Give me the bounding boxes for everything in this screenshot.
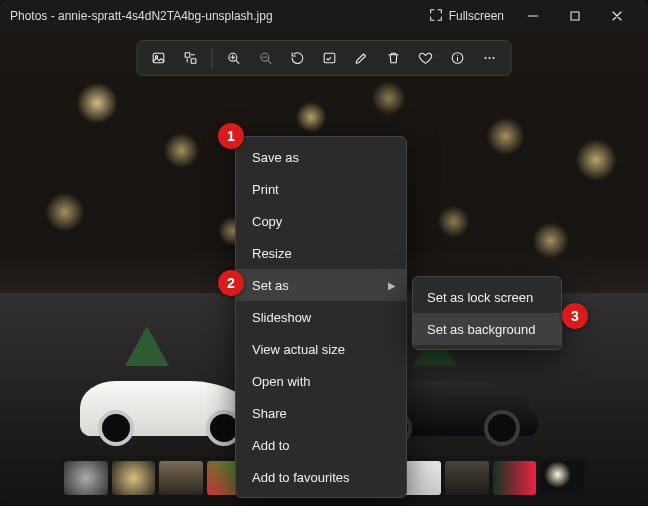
- menu-label: Slideshow: [252, 310, 311, 325]
- svg-point-9: [485, 57, 487, 59]
- svg-rect-4: [191, 59, 196, 64]
- fullscreen-label: Fullscreen: [449, 9, 504, 23]
- menu-label: Open with: [252, 374, 311, 389]
- menu-label: Resize: [252, 246, 292, 261]
- svg-point-11: [493, 57, 495, 59]
- svg-rect-1: [153, 53, 164, 62]
- delete-button[interactable]: [379, 43, 409, 73]
- toolbar-separator: [212, 48, 213, 68]
- menu-label: Set as lock screen: [427, 290, 533, 305]
- app-window: Photos - annie-spratt-4s4dN2TA4bg-unspla…: [0, 0, 648, 506]
- menu-slideshow[interactable]: Slideshow: [236, 301, 406, 333]
- svg-rect-3: [185, 53, 190, 58]
- menu-add-to-favourites[interactable]: Add to favourites: [236, 461, 406, 493]
- menu-print[interactable]: Print: [236, 173, 406, 205]
- maximize-button[interactable]: [554, 0, 596, 32]
- menu-label: View actual size: [252, 342, 345, 357]
- menu-label: Add to: [252, 438, 290, 453]
- menu-label: Add to favourites: [252, 470, 350, 485]
- svg-point-2: [155, 56, 157, 58]
- menu-label: Set as: [252, 278, 289, 293]
- chevron-right-icon: ▶: [388, 280, 396, 291]
- more-button[interactable]: [475, 43, 505, 73]
- menu-label: Print: [252, 182, 279, 197]
- thumbnail[interactable]: [64, 461, 108, 495]
- submenu-set-as: Set as lock screen Set as background: [412, 276, 562, 350]
- context-menu: Save as Print Copy Resize Set as▶ Slides…: [235, 136, 407, 498]
- thumbnail[interactable]: [445, 461, 489, 495]
- edit-button[interactable]: [176, 43, 206, 73]
- fullscreen-button[interactable]: Fullscreen: [420, 0, 512, 32]
- svg-rect-0: [571, 12, 579, 20]
- submenu-set-lock-screen[interactable]: Set as lock screen: [413, 281, 561, 313]
- callout-2: 2: [218, 270, 244, 296]
- menu-label: Set as background: [427, 322, 535, 337]
- thumbnail[interactable]: [493, 461, 537, 495]
- menu-label: Save as: [252, 150, 299, 165]
- window-title: Photos - annie-spratt-4s4dN2TA4bg-unspla…: [10, 9, 420, 23]
- thumbnail[interactable]: [159, 461, 203, 495]
- titlebar: Photos - annie-spratt-4s4dN2TA4bg-unspla…: [0, 0, 648, 32]
- thumbnail[interactable]: [540, 461, 584, 495]
- menu-resize[interactable]: Resize: [236, 237, 406, 269]
- thumbnail[interactable]: [112, 461, 156, 495]
- favourite-button[interactable]: [411, 43, 441, 73]
- info-button[interactable]: [443, 43, 473, 73]
- menu-add-to[interactable]: Add to: [236, 429, 406, 461]
- markup-button[interactable]: [347, 43, 377, 73]
- callout-1: 1: [218, 123, 244, 149]
- close-button[interactable]: [596, 0, 638, 32]
- image-button[interactable]: [144, 43, 174, 73]
- fullscreen-icon: [428, 7, 444, 26]
- menu-label: Share: [252, 406, 287, 421]
- menu-share[interactable]: Share: [236, 397, 406, 429]
- photo-car-white: [80, 356, 260, 446]
- menu-copy[interactable]: Copy: [236, 205, 406, 237]
- rotate-button[interactable]: [283, 43, 313, 73]
- crop-button[interactable]: [315, 43, 345, 73]
- minimize-button[interactable]: [512, 0, 554, 32]
- menu-set-as[interactable]: Set as▶: [236, 269, 406, 301]
- svg-point-10: [489, 57, 491, 59]
- menu-save-as[interactable]: Save as: [236, 141, 406, 173]
- callout-3: 3: [562, 303, 588, 329]
- toolbar: [137, 40, 512, 76]
- menu-label: Copy: [252, 214, 282, 229]
- menu-view-actual-size[interactable]: View actual size: [236, 333, 406, 365]
- menu-open-with[interactable]: Open with: [236, 365, 406, 397]
- zoom-out-button[interactable]: [251, 43, 281, 73]
- zoom-in-button[interactable]: [219, 43, 249, 73]
- submenu-set-background[interactable]: Set as background: [413, 313, 561, 345]
